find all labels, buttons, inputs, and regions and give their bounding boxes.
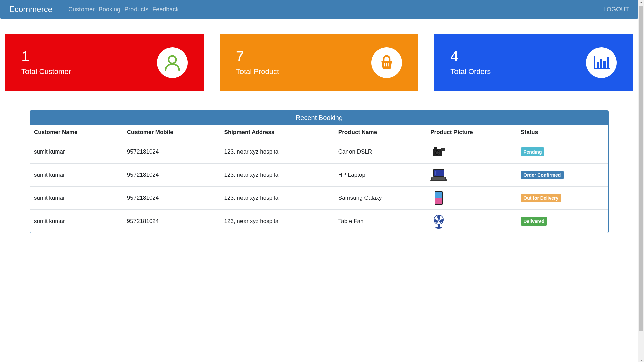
cell-status: Out for Delivery: [517, 187, 608, 210]
stat-value: 7: [236, 49, 279, 63]
cell-product-picture: [427, 164, 517, 187]
recent-booking-title: Recent Booking: [30, 111, 608, 125]
svg-point-30: [435, 227, 442, 229]
table-row: sumit kumar9572181024123, near xyz hospi…: [30, 187, 608, 210]
svg-point-28: [438, 219, 440, 221]
cell-customer-mobile: 9572181024: [124, 210, 221, 233]
navbar-nav: Customer Booking Products Feedback: [68, 6, 603, 13]
stat-label: Total Customer: [21, 67, 71, 76]
col-product-name: Product Name: [335, 125, 427, 140]
svg-point-25: [437, 215, 440, 219]
cell-product-name: Samsung Galaxy: [335, 187, 427, 210]
stat-card-product[interactable]: 7 Total Product: [220, 34, 419, 91]
barchart-icon: [586, 47, 617, 78]
cell-product-picture: [427, 187, 517, 210]
status-badge: Delivered: [521, 217, 547, 226]
svg-rect-4: [594, 56, 595, 69]
user-icon: [157, 47, 188, 78]
col-shipment-address: Shipment Address: [221, 125, 335, 140]
cell-product-picture: [427, 210, 517, 233]
status-badge: Out for Delivery: [521, 194, 561, 202]
cell-shipment-address: 123, near xyz hospital: [221, 140, 335, 164]
cell-shipment-address: 123, near xyz hospital: [221, 210, 335, 233]
cell-status: Delivered: [517, 210, 608, 233]
stat-value: 1: [21, 49, 71, 63]
svg-rect-17: [435, 171, 436, 175]
svg-rect-23: [435, 198, 442, 204]
cell-product-picture: [427, 140, 517, 164]
svg-rect-3: [389, 63, 390, 66]
cell-shipment-address: 123, near xyz hospital: [221, 164, 335, 187]
table-row: sumit kumar9572181024123, near xyz hospi…: [30, 210, 608, 233]
svg-rect-5: [594, 68, 610, 69]
status-badge: Order Confirmed: [521, 171, 564, 179]
nav-link-booking[interactable]: Booking: [99, 6, 120, 13]
stat-card-orders[interactable]: 4 Total Orders: [434, 34, 633, 91]
basket-icon: [371, 47, 402, 78]
status-badge: Pending: [521, 147, 544, 156]
product-image-laptop: [430, 168, 447, 182]
svg-rect-8: [603, 61, 606, 68]
col-product-picture: Product Picture: [427, 125, 517, 140]
svg-rect-6: [597, 62, 599, 68]
svg-rect-22: [435, 192, 442, 198]
nav-link-products[interactable]: Products: [124, 6, 148, 13]
svg-rect-2: [386, 63, 387, 66]
svg-rect-14: [434, 147, 437, 149]
cell-shipment-address: 123, near xyz hospital: [221, 187, 335, 210]
col-customer-mobile: Customer Mobile: [124, 125, 221, 140]
stat-label: Total Orders: [450, 67, 491, 76]
svg-rect-13: [441, 148, 445, 151]
svg-rect-7: [600, 59, 602, 68]
table-row: sumit kumar9572181024123, near xyz hospi…: [30, 140, 608, 164]
cell-customer-name: sumit kumar: [30, 140, 124, 164]
divider: [0, 102, 638, 102]
cell-product-name: Table Fan: [335, 210, 427, 233]
cell-customer-mobile: 9572181024: [124, 187, 221, 210]
cell-product-name: HP Laptop: [335, 164, 427, 187]
cell-customer-name: sumit kumar: [30, 210, 124, 233]
navbar-brand[interactable]: Ecommerce: [9, 5, 52, 14]
navbar: Ecommerce Customer Booking Products Feed…: [0, 0, 638, 19]
nav-link-feedback[interactable]: Feedback: [152, 6, 179, 13]
svg-rect-19: [432, 177, 445, 180]
product-image-fan: [430, 214, 447, 229]
product-image-camera: [430, 144, 447, 159]
stats-row: 1 Total Customer 7 Total Product 4 Total…: [0, 19, 638, 97]
svg-point-0: [168, 56, 176, 64]
cell-customer-mobile: 9572181024: [124, 164, 221, 187]
svg-point-12: [436, 151, 439, 154]
cell-status: Pending: [517, 140, 608, 164]
cell-customer-mobile: 9572181024: [124, 140, 221, 164]
booking-table: Customer Name Customer Mobile Shipment A…: [30, 125, 608, 233]
cell-customer-name: sumit kumar: [30, 187, 124, 210]
col-customer-name: Customer Name: [30, 125, 124, 140]
nav-link-logout[interactable]: LOGOUT: [603, 6, 629, 13]
nav-link-customer[interactable]: Customer: [68, 6, 95, 13]
cell-product-name: Canon DSLR: [335, 140, 427, 164]
stat-card-customer[interactable]: 1 Total Customer: [5, 34, 204, 91]
recent-booking-panel: Recent Booking Customer Name Customer Mo…: [30, 110, 609, 233]
svg-rect-29: [438, 224, 440, 227]
scrollbar[interactable]: [638, 0, 644, 246]
cell-customer-name: sumit kumar: [30, 164, 124, 187]
stat-label: Total Product: [236, 67, 279, 76]
cell-status: Order Confirmed: [517, 164, 608, 187]
table-row: sumit kumar9572181024123, near xyz hospi…: [30, 164, 608, 187]
col-status: Status: [517, 125, 608, 140]
svg-rect-9: [607, 57, 609, 68]
stat-value: 4: [450, 49, 491, 63]
svg-rect-1: [384, 63, 385, 66]
product-image-phone: [430, 191, 447, 205]
